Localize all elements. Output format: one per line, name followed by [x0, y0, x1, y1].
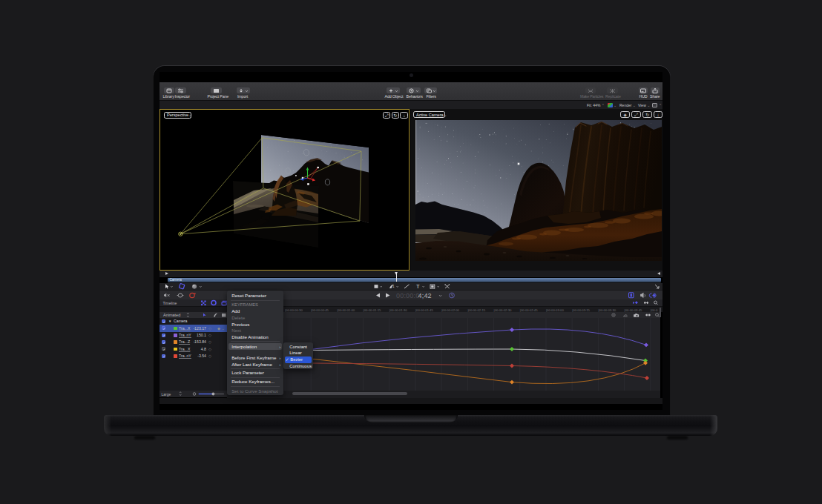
svg-text:00:00:0: 00:00:0 [396, 292, 419, 299]
svg-text:4;42: 4;42 [418, 292, 432, 299]
svg-text:1: 1 [392, 285, 395, 288]
svg-text:T: T [416, 283, 420, 290]
